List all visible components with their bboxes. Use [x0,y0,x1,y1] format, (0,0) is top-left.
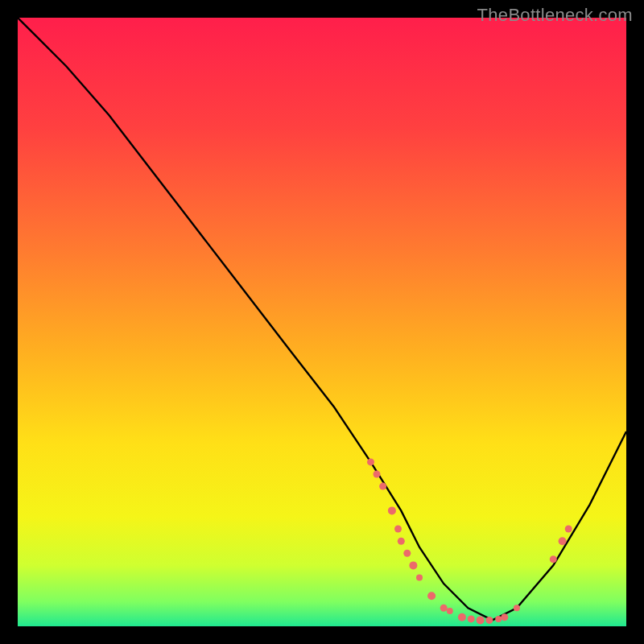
data-marker [394,526,402,533]
data-marker [398,538,405,545]
data-marker [495,616,502,622]
data-marker [427,592,436,600]
data-marker [388,506,396,514]
data-marker [440,605,448,612]
data-marker [403,550,411,557]
data-marker [468,615,475,622]
marker-group [367,458,572,624]
data-marker [565,526,572,533]
data-marker [458,613,466,621]
chart-svg [18,18,626,626]
data-marker [485,617,493,624]
data-marker [477,616,485,624]
data-marker [379,483,386,490]
data-marker [559,537,567,545]
data-marker [409,561,417,569]
data-marker [550,555,557,563]
plot-area [18,18,626,626]
data-marker [374,471,381,478]
data-marker [514,605,520,611]
data-marker [447,608,453,614]
bottleneck-curve [18,18,626,620]
watermark-text: TheBottleneck.com [477,5,633,26]
data-marker [367,458,374,465]
data-marker [416,575,423,581]
data-marker [501,613,508,621]
